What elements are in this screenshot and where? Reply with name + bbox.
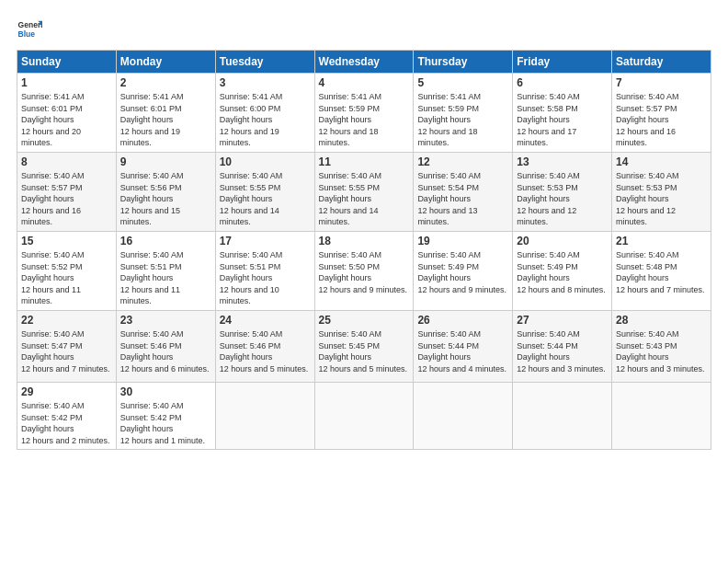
calendar-header-row: Sunday Monday Tuesday Wednesday Thursday… [17,51,711,74]
calendar-week-row: 8 Sunrise: 5:40 AMSunset: 5:57 PMDayligh… [17,152,711,231]
table-row: 16 Sunrise: 5:40 AMSunset: 5:51 PMDaylig… [116,231,215,310]
col-wednesday: Wednesday [314,51,414,74]
calendar-table: Sunday Monday Tuesday Wednesday Thursday… [17,50,711,450]
col-monday: Monday [116,51,215,74]
svg-text:Blue: Blue [18,29,36,39]
table-row: 2 Sunrise: 5:41 AMSunset: 6:01 PMDayligh… [116,74,215,153]
table-row: 5 Sunrise: 5:41 AMSunset: 5:59 PMDayligh… [414,74,513,153]
table-row: 6 Sunrise: 5:40 AMSunset: 5:58 PMDayligh… [513,74,612,153]
calendar-week-row: 15 Sunrise: 5:40 AMSunset: 5:52 PMDaylig… [17,231,711,310]
table-row: 1 Sunrise: 5:41 AMSunset: 6:01 PMDayligh… [17,74,117,153]
logo: General Blue [17,17,44,42]
page: General Blue Sunday Monday Tuesday Wedne… [0,0,728,563]
table-row: 24 Sunrise: 5:40 AMSunset: 5:46 PMDaylig… [215,310,314,382]
table-row: 23 Sunrise: 5:40 AMSunset: 5:46 PMDaylig… [116,310,215,382]
logo-icon: General Blue [17,17,42,42]
table-row: 13 Sunrise: 5:40 AMSunset: 5:53 PMDaylig… [513,152,612,231]
table-row: 21 Sunrise: 5:40 AMSunset: 5:48 PMDaylig… [612,231,711,310]
table-row: 26 Sunrise: 5:40 AMSunset: 5:44 PMDaylig… [414,310,513,382]
calendar-week-row: 1 Sunrise: 5:41 AMSunset: 6:01 PMDayligh… [17,74,711,153]
table-row: 3 Sunrise: 5:41 AMSunset: 6:00 PMDayligh… [215,74,314,153]
table-row: 28 Sunrise: 5:40 AMSunset: 5:43 PMDaylig… [612,310,711,382]
table-row: 20 Sunrise: 5:40 AMSunset: 5:49 PMDaylig… [513,231,612,310]
table-row: 15 Sunrise: 5:40 AMSunset: 5:52 PMDaylig… [17,231,117,310]
empty-cell [612,382,711,449]
table-row: 11 Sunrise: 5:40 AMSunset: 5:55 PMDaylig… [314,152,414,231]
table-row: 14 Sunrise: 5:40 AMSunset: 5:53 PMDaylig… [612,152,711,231]
table-row: 17 Sunrise: 5:40 AMSunset: 5:51 PMDaylig… [215,231,314,310]
table-row: 12 Sunrise: 5:40 AMSunset: 5:54 PMDaylig… [414,152,513,231]
table-row: 19 Sunrise: 5:40 AMSunset: 5:49 PMDaylig… [414,231,513,310]
col-sunday: Sunday [17,51,117,74]
table-row: 27 Sunrise: 5:40 AMSunset: 5:44 PMDaylig… [513,310,612,382]
empty-cell [414,382,513,449]
calendar-week-row: 29 Sunrise: 5:40 AMSunset: 5:42 PMDaylig… [17,382,711,449]
table-row: 25 Sunrise: 5:40 AMSunset: 5:45 PMDaylig… [314,310,414,382]
table-row: 8 Sunrise: 5:40 AMSunset: 5:57 PMDayligh… [17,152,117,231]
header: General Blue [17,17,711,42]
table-row: 30 Sunrise: 5:40 AMSunset: 5:42 PMDaylig… [116,382,215,449]
table-row: 9 Sunrise: 5:40 AMSunset: 5:56 PMDayligh… [116,152,215,231]
col-friday: Friday [513,51,612,74]
col-tuesday: Tuesday [215,51,314,74]
svg-text:General: General [18,20,42,29]
table-row: 4 Sunrise: 5:41 AMSunset: 5:59 PMDayligh… [314,74,414,153]
table-row: 18 Sunrise: 5:40 AMSunset: 5:50 PMDaylig… [314,231,414,310]
empty-cell [513,382,612,449]
empty-cell [314,382,414,449]
col-saturday: Saturday [612,51,711,74]
table-row: 7 Sunrise: 5:40 AMSunset: 5:57 PMDayligh… [612,74,711,153]
col-thursday: Thursday [414,51,513,74]
table-row: 10 Sunrise: 5:40 AMSunset: 5:55 PMDaylig… [215,152,314,231]
calendar-week-row: 22 Sunrise: 5:40 AMSunset: 5:47 PMDaylig… [17,310,711,382]
table-row: 22 Sunrise: 5:40 AMSunset: 5:47 PMDaylig… [17,310,117,382]
table-row: 29 Sunrise: 5:40 AMSunset: 5:42 PMDaylig… [17,382,117,449]
empty-cell [215,382,314,449]
